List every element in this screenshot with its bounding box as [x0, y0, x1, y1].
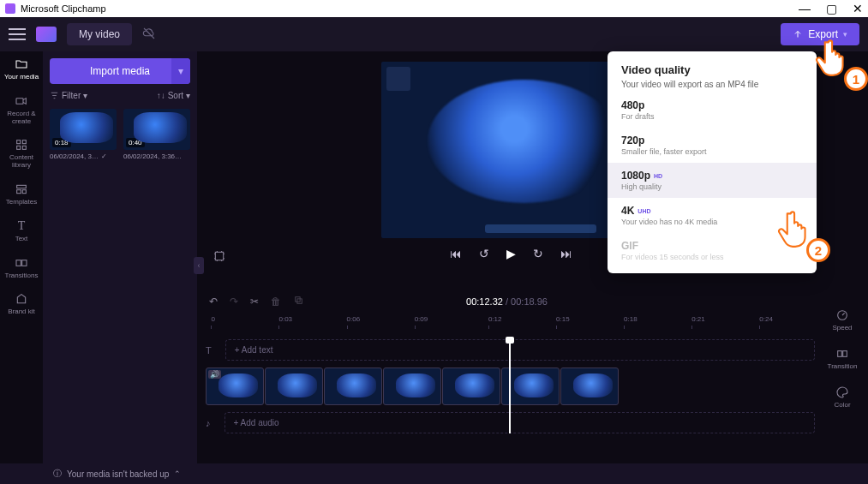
- project-name[interactable]: My video: [67, 23, 132, 45]
- video-clip[interactable]: [265, 367, 323, 405]
- crop-frame-button[interactable]: [213, 249, 226, 266]
- split-button[interactable]: ✂: [250, 296, 259, 308]
- quality-option-480p[interactable]: 480p For drafts: [608, 93, 817, 128]
- transition-panel-button[interactable]: Transition: [828, 347, 858, 370]
- clipchamp-brand-icon: [36, 27, 57, 42]
- forward-button[interactable]: ↻: [533, 247, 543, 260]
- video-clip[interactable]: [324, 367, 382, 405]
- svg-rect-2: [22, 140, 26, 144]
- quality-option-4k[interactable]: 4KUHD Your video has no 4K media: [608, 198, 817, 233]
- playhead[interactable]: [509, 339, 511, 433]
- side-nav: Your media Record & create Content libra…: [0, 51, 43, 463]
- app-toolbar: My video Export ▾: [0, 17, 868, 51]
- nav-label: Your media: [4, 74, 39, 81]
- svg-rect-1: [17, 140, 21, 144]
- quality-option-1080p[interactable]: 1080pHD High quality: [608, 163, 817, 198]
- nav-label: Text: [15, 236, 28, 243]
- opt-desc: Your video has no 4K media: [621, 218, 803, 226]
- add-text-button[interactable]: + Add text: [225, 339, 815, 361]
- svg-rect-14: [296, 297, 300, 302]
- audio-track[interactable]: ♪ + Add audio: [199, 412, 815, 433]
- redo-button[interactable]: ↷: [230, 296, 238, 308]
- video-clip[interactable]: [206, 367, 264, 405]
- transitions-icon: [14, 255, 29, 271]
- ruler-tick: 0:15: [556, 315, 570, 323]
- quality-option-720p[interactable]: 720p Smaller file, faster export: [608, 128, 817, 163]
- cloud-off-icon[interactable]: [142, 27, 156, 43]
- nav-brand-kit[interactable]: Brand kit: [8, 291, 35, 316]
- export-button[interactable]: Export ▾: [781, 23, 859, 45]
- preview-canvas[interactable]: [381, 62, 642, 238]
- camcorder-icon: [14, 93, 29, 109]
- opt-desc: Smaller file, faster export: [621, 147, 803, 156]
- nav-text[interactable]: T Text: [14, 218, 29, 243]
- video-clip[interactable]: [383, 367, 441, 405]
- export-quality-popup: Video quality Your video will export as …: [608, 51, 817, 273]
- ruler-tick: 0:18: [624, 315, 638, 323]
- popup-subtitle: Your video will export as an MP4 file: [621, 80, 803, 89]
- sort-button[interactable]: ↑↓ Sort ▾: [157, 91, 190, 100]
- right-rail: Speed Transition Color: [822, 308, 863, 409]
- nav-transitions[interactable]: Transitions: [5, 255, 39, 280]
- undo-button[interactable]: ↶: [209, 296, 218, 308]
- skip-back-button[interactable]: ⏮: [450, 247, 462, 260]
- opt-label: 480p: [621, 99, 644, 111]
- nav-templates[interactable]: Templates: [6, 182, 37, 206]
- nav-label: Templates: [6, 199, 37, 206]
- delete-button[interactable]: 🗑: [271, 296, 281, 308]
- svg-rect-6: [17, 190, 21, 194]
- thumb-duration: 0:40: [126, 138, 145, 147]
- chevron-down-icon: ▾: [843, 30, 847, 39]
- svg-rect-15: [297, 299, 302, 303]
- close-button[interactable]: ✕: [853, 3, 863, 15]
- rrail-label: Speed: [832, 324, 852, 332]
- opt-label: 4K: [621, 205, 634, 217]
- speedometer-icon: [835, 308, 849, 322]
- skip-forward-button[interactable]: ⏭: [560, 247, 572, 260]
- nav-record-create[interactable]: Record & create: [0, 93, 43, 126]
- folder-icon: [14, 57, 29, 72]
- duplicate-button[interactable]: [293, 295, 304, 308]
- backup-status[interactable]: Your media isn't backed up: [67, 469, 169, 479]
- uhd-badge: UHD: [638, 208, 650, 214]
- svg-rect-13: [843, 351, 847, 357]
- menu-button[interactable]: [9, 28, 26, 40]
- nav-your-media[interactable]: Your media: [4, 57, 39, 81]
- media-thumbnail[interactable]: 0:40 06/02/2024, 3:36…: [123, 109, 190, 160]
- import-label: Import media: [90, 65, 150, 77]
- svg-rect-9: [22, 260, 27, 266]
- video-clip[interactable]: [560, 367, 619, 405]
- panel-collapse-handle[interactable]: ‹: [194, 257, 204, 274]
- color-panel-button[interactable]: Color: [834, 385, 850, 409]
- info-icon: ⓘ: [53, 468, 62, 480]
- nav-label: Content library: [0, 154, 43, 170]
- ruler-tick: 0:21: [691, 315, 705, 323]
- svg-rect-5: [17, 185, 27, 188]
- chevron-up-icon[interactable]: ⌃: [174, 469, 181, 478]
- play-button[interactable]: ▶: [506, 247, 516, 260]
- speed-button[interactable]: Speed: [832, 308, 852, 332]
- maximize-button[interactable]: ▢: [826, 3, 837, 15]
- app-name: Microsoft Clipchamp: [21, 3, 106, 14]
- ruler-tick: 0:06: [347, 315, 361, 323]
- palette-icon: [835, 385, 849, 399]
- svg-rect-10: [215, 252, 223, 260]
- add-audio-button[interactable]: + Add audio: [224, 412, 816, 433]
- svg-rect-0: [16, 98, 23, 104]
- rewind-button[interactable]: ↺: [479, 247, 489, 260]
- timeline-ruler[interactable]: 0 0:03 0:06 0:09 0:12 0:15 0:18 0:21 0:2…: [199, 315, 815, 332]
- transition-icon: [835, 347, 849, 361]
- video-clip[interactable]: [442, 367, 500, 405]
- filter-button[interactable]: Filter ▾: [50, 91, 87, 100]
- svg-rect-7: [22, 190, 26, 194]
- import-media-dropdown[interactable]: ▾: [171, 58, 190, 84]
- media-thumbnail[interactable]: 0:18 06/02/2024, 3…✓: [50, 109, 117, 160]
- current-time: 00:12.32: [466, 296, 503, 307]
- templates-icon: [14, 182, 29, 197]
- opt-desc: For videos 15 seconds or less: [621, 253, 803, 261]
- nav-content-library[interactable]: Content library: [0, 137, 43, 170]
- rrail-label: Transition: [828, 362, 858, 370]
- import-media-button[interactable]: Import media ▾: [50, 58, 190, 84]
- minimize-button[interactable]: —: [799, 3, 811, 15]
- ruler-tick: 0: [211, 315, 214, 323]
